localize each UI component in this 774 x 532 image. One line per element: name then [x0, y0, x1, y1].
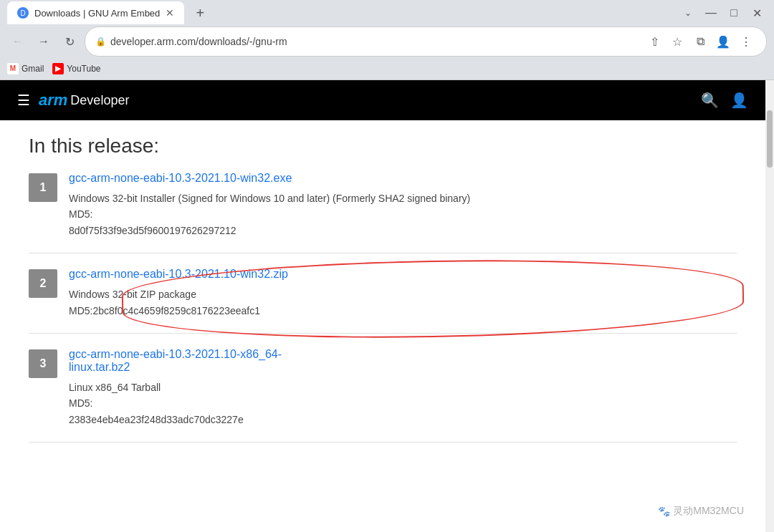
active-tab[interactable]: D Downloads | GNU Arm Embed ✕ [7, 1, 184, 24]
scrollbar-thumb[interactable] [767, 110, 773, 168]
item-link-1[interactable]: gcc-arm-none-eabi-10.3-2021.10-win32.exe [69, 172, 737, 185]
watermark: 🐾 灵动MM32MCU [658, 505, 744, 518]
item-content-1: gcc-arm-none-eabi-10.3-2021.10-win32.exe… [69, 172, 737, 238]
url-actions: ⇧ ☆ ⧉ 👤 ⋮ [644, 32, 756, 52]
gmail-icon: M [7, 63, 19, 74]
item-desc-3-text: Linux x86_64 TarballMD5:2383e4eb4ea23f24… [69, 382, 244, 425]
tab-close-button[interactable]: ✕ [166, 7, 174, 19]
item-content-3: gcc-arm-none-eabi-10.3-2021.10-x86_64-li… [69, 348, 737, 427]
forward-button[interactable]: → [33, 31, 54, 52]
gmail-label: Gmail [22, 64, 44, 74]
scrollbar[interactable] [765, 80, 774, 532]
new-tab-button[interactable]: + [190, 3, 210, 23]
tab-bar: D Downloads | GNU Arm Embed ✕ + [7, 1, 210, 24]
url-text: developer.arm.com/downloads/-/gnu-rm [110, 36, 640, 47]
item-link-3[interactable]: gcc-arm-none-eabi-10.3-2021.10-x86_64-li… [69, 348, 737, 374]
window-controls: ⌄ — □ ✕ [678, 3, 767, 23]
maximize-button[interactable]: □ [724, 3, 744, 23]
section-title: In this release: [29, 135, 737, 158]
lock-icon: 🔒 [95, 37, 106, 47]
item-desc-2-text: Windows 32-bit ZIP packageMD5:2bc8f0c4c4… [69, 289, 260, 316]
minimize-button[interactable]: — [701, 3, 721, 23]
arm-text: arm [39, 91, 67, 110]
watermark-text: 灵动MM32MCU [673, 505, 744, 518]
item-desc-2: Windows 32-bit ZIP packageMD5:2bc8f0c4c4… [69, 286, 737, 319]
page: ☰ arm Developer 🔍 👤 In this release: 1 g… [0, 80, 774, 532]
expand-icon[interactable]: ⌄ [678, 3, 698, 23]
release-item-2: 2 gcc-arm-none-eabi-10.3-2021.10-win32.z… [29, 268, 737, 334]
tab-title: Downloads | GNU Arm Embed [34, 8, 160, 19]
tab-favicon: D [17, 7, 29, 19]
user-icon[interactable]: 👤 [730, 92, 748, 109]
item-number-2: 2 [29, 269, 57, 298]
developer-text: Developer [70, 93, 129, 108]
back-button[interactable]: ← [7, 31, 29, 52]
url-bar[interactable]: 🔒 developer.arm.com/downloads/-/gnu-rm ⇧… [85, 26, 767, 57]
bookmark-youtube[interactable]: ▶ YouTube [52, 63, 100, 74]
close-button[interactable]: ✕ [747, 3, 767, 23]
youtube-icon: ▶ [52, 63, 64, 74]
arm-header-right: 🔍 👤 [701, 92, 748, 109]
title-bar: D Downloads | GNU Arm Embed ✕ + ⌄ — □ ✕ [0, 0, 774, 26]
release-item-1: 1 gcc-arm-none-eabi-10.3-2021.10-win32.e… [29, 172, 737, 253]
youtube-label: YouTube [67, 64, 100, 74]
share-icon[interactable]: ⇧ [644, 32, 664, 52]
item-content-2: gcc-arm-none-eabi-10.3-2021.10-win32.zip… [69, 268, 737, 319]
arm-header-left: ☰ arm Developer [17, 91, 129, 110]
item-desc-3: Linux x86_64 TarballMD5:2383e4eb4ea23f24… [69, 379, 737, 427]
menu-icon[interactable]: ⋮ [736, 32, 756, 52]
item-number-1: 1 [29, 173, 57, 202]
release-item-3: 3 gcc-arm-none-eabi-10.3-2021.10-x86_64-… [29, 348, 737, 442]
arm-logo: arm Developer [39, 91, 129, 110]
star-icon[interactable]: ☆ [667, 32, 687, 52]
extension-icon[interactable]: ⧉ [690, 32, 710, 52]
search-icon[interactable]: 🔍 [701, 92, 719, 109]
item-desc-1: Windows 32-bit Installer (Signed for Win… [69, 190, 737, 238]
profile-icon[interactable]: 👤 [713, 32, 733, 52]
arm-header: ☰ arm Developer 🔍 👤 [0, 80, 765, 120]
item-desc-1-text: Windows 32-bit Installer (Signed for Win… [69, 193, 470, 236]
bookmarks-bar: M Gmail ▶ YouTube [0, 57, 774, 80]
refresh-button[interactable]: ↻ [59, 31, 80, 52]
item-number-3: 3 [29, 349, 57, 378]
watermark-icon: 🐾 [658, 506, 670, 517]
bookmark-gmail[interactable]: M Gmail [7, 63, 44, 74]
hamburger-icon[interactable]: ☰ [17, 92, 30, 109]
address-bar: ← → ↻ 🔒 developer.arm.com/downloads/-/gn… [0, 26, 774, 57]
page-main: ☰ arm Developer 🔍 👤 In this release: 1 g… [0, 80, 765, 532]
item-link-2[interactable]: gcc-arm-none-eabi-10.3-2021.10-win32.zip [69, 268, 737, 281]
